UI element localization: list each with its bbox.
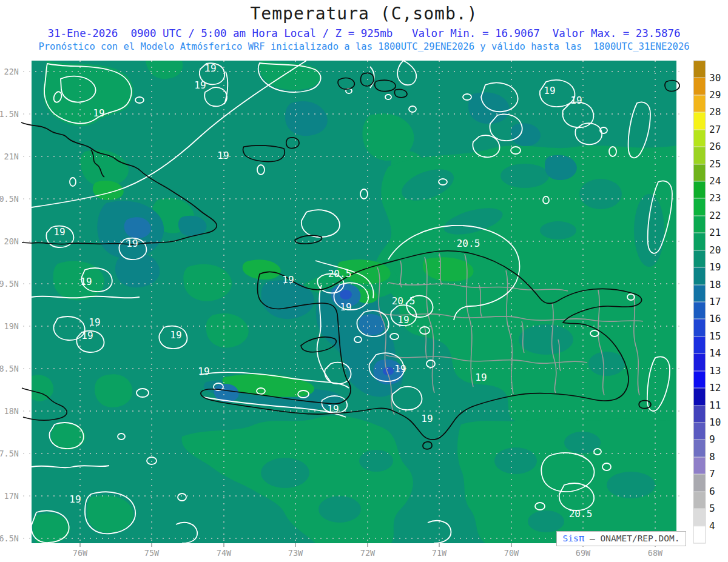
- colorbar-tick-label: 11: [709, 400, 721, 411]
- x-axis-label: 74W: [217, 548, 232, 558]
- contour-label: 20.5: [457, 238, 480, 249]
- colorbar-tick-label: 27: [709, 124, 721, 135]
- colorbar-swatch: [693, 130, 706, 147]
- contour-label: 19: [194, 79, 206, 91]
- colorbar-tick-label: 25: [709, 158, 721, 170]
- colorbar-tick-label: 6: [709, 486, 715, 497]
- colorbar-tick-label: 26: [709, 141, 721, 152]
- contour-label: 19: [217, 150, 229, 161]
- colorbar-swatch: [693, 198, 706, 216]
- page-title: Temperatura (C,somb.): [0, 4, 728, 24]
- y-axis-label: 6.5N: [0, 534, 19, 543]
- y-axis-label: 21N: [4, 152, 19, 161]
- colorbar-swatch: [693, 267, 706, 286]
- colorbar-tick-label: 9: [709, 433, 715, 445]
- colorbar-swatch: [693, 319, 706, 337]
- colorbar-swatch: [693, 216, 706, 233]
- colorbar-tick-label: 7: [709, 468, 715, 480]
- colorbar-tick-label: 18: [709, 279, 721, 290]
- x-axis-label: 73W: [288, 548, 303, 558]
- y-axis-label: 22N: [4, 67, 19, 76]
- colorbar-tick-label: 15: [709, 330, 721, 342]
- contour-label: 19: [421, 413, 433, 424]
- contour-label: 20.5: [569, 508, 593, 520]
- y-axis-label: 0.5N: [0, 194, 19, 204]
- colorbar-tick-label: 22: [709, 210, 721, 221]
- colorbar-tick-label: 16: [709, 313, 721, 324]
- contour-label: 19: [198, 366, 209, 377]
- colorbar-tick-label: 21: [709, 227, 721, 238]
- contour-label: 19: [170, 329, 181, 341]
- contour-label: 20.5: [392, 295, 416, 307]
- colorbar-tick-label: 13: [709, 365, 721, 376]
- contour-label: 19: [544, 85, 555, 96]
- x-axis-label: 72W: [360, 548, 376, 558]
- y-axis-label: 17N: [4, 491, 19, 501]
- colorbar-swatch: [693, 353, 706, 372]
- colorbar-swatch: [693, 509, 706, 526]
- contour-label: 19: [327, 403, 339, 415]
- colorbar-swatch: [693, 492, 706, 509]
- pi-symbol: π: [579, 532, 585, 544]
- x-axis-label: 76W: [73, 548, 88, 558]
- colorbar-tick-label: 12: [709, 382, 721, 393]
- colorbar-swatch: [693, 285, 706, 303]
- colorbar-swatch: [693, 95, 706, 113]
- contour-label: 19: [282, 274, 294, 286]
- contour-label: 19: [475, 372, 487, 383]
- attribution-text: – ONAMET/REP.DOM.: [584, 534, 679, 543]
- colorbar-swatch: [693, 147, 706, 165]
- contour-label: 19: [81, 330, 93, 341]
- colorbar-swatch: [693, 336, 706, 354]
- colorbar-tick-label: 17: [709, 296, 721, 307]
- x-axis-label: 71W: [432, 548, 447, 558]
- colorbar: [693, 61, 706, 543]
- colorbar-swatch: [693, 78, 706, 95]
- attribution-box: Sisπ – ONAMET/REP.DOM.: [556, 531, 686, 546]
- contour-label: 19: [93, 107, 104, 119]
- sispi-logo-text: Sis: [563, 534, 579, 543]
- colorbar-tick-label: 29: [709, 89, 721, 101]
- colorbar-tick-label: 19: [709, 261, 721, 273]
- map-canvas: 19 19 19 19 19 19 19 19 19 20.5 19 20.5 …: [0, 0, 728, 562]
- colorbar-swatch: [693, 164, 706, 182]
- contour-label: 19: [397, 314, 409, 326]
- contour-label: 20.5: [328, 268, 352, 279]
- x-axis-label: 69W: [576, 548, 591, 558]
- colorbar-tick-label: 24: [709, 175, 721, 187]
- colorbar-swatch: [693, 423, 706, 440]
- y-axis-label: 20N: [4, 236, 19, 246]
- colorbar-swatch: [693, 457, 706, 475]
- y-axis: 22N 1.5N 21N 0.5N 20N 9.5N 19N 8.5N 18N …: [0, 67, 19, 543]
- colorbar-tick-label: 28: [709, 106, 721, 118]
- contour-label: 19: [69, 493, 81, 505]
- x-axis-label: 70W: [504, 548, 519, 558]
- colorbar-labels: 30 29 28 27 26 25 24 23 22 21 20 19 18 1…: [709, 72, 721, 532]
- colorbar-swatch: [693, 302, 706, 319]
- colorbar-swatch: [693, 233, 706, 251]
- colorbar-swatch: [693, 474, 706, 492]
- contour-label: 19: [80, 276, 92, 287]
- weather-map-page: Temperatura (C,somb.) 31-Ene-2026 0900 U…: [0, 0, 728, 562]
- forecast-valid-line: 31-Ene-2026 0900 UTC / 5:00 am Hora Loca…: [0, 27, 728, 39]
- contour-label: 19: [204, 62, 216, 74]
- y-axis-label: 8.5N: [0, 364, 19, 373]
- colorbar-tick-label: 20: [709, 244, 721, 256]
- contour-label: 19: [53, 226, 65, 238]
- colorbar-swatch: [693, 440, 706, 458]
- y-axis-label: 1.5N: [0, 109, 19, 119]
- model-init-line: Pronóstico con el Modelo Atmósferico WRF…: [0, 41, 728, 52]
- y-axis-label: 19N: [4, 321, 19, 331]
- colorbar-swatch: [693, 181, 706, 199]
- contour-label: 19: [570, 95, 582, 106]
- contour-label: 19: [340, 301, 351, 313]
- colorbar-swatch: [693, 61, 706, 78]
- colorbar-swatch: [693, 250, 706, 268]
- x-axis: 76W 75W 74W 73W 72W 71W 70W 69W 68W: [73, 548, 663, 558]
- colorbar-tick-label: 30: [709, 72, 721, 84]
- colorbar-swatch: [693, 406, 706, 423]
- y-axis-label: 18N: [4, 406, 19, 416]
- colorbar-tick-label: 5: [709, 503, 715, 514]
- colorbar-tick-label: 14: [709, 347, 721, 359]
- colorbar-swatch: [693, 112, 706, 130]
